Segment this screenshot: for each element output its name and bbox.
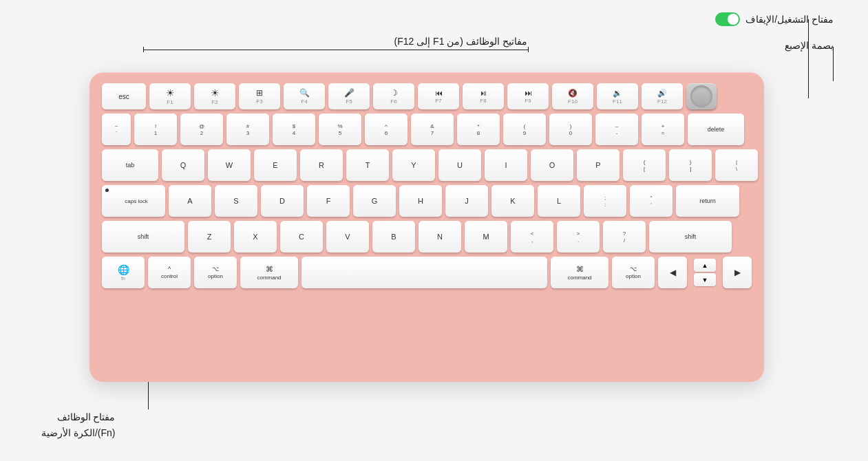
key-r[interactable]: R	[300, 149, 343, 181]
key-w[interactable]: W	[208, 149, 251, 181]
key-6[interactable]: ^6	[365, 114, 407, 145]
key-l[interactable]: L	[538, 185, 580, 217]
fkeys-label-text: مفاتيح الوظائف (من F1 إلى F12)	[394, 36, 527, 47]
key-d[interactable]: D	[261, 185, 304, 217]
key-esc[interactable]: esc	[102, 83, 146, 109]
key-f8[interactable]: ⏯ F8	[463, 83, 504, 109]
touchid-sensor	[690, 85, 712, 107]
key-g[interactable]: G	[353, 185, 396, 217]
key-return[interactable]: return	[676, 185, 739, 217]
key-v[interactable]: V	[326, 221, 369, 253]
key-semicolon[interactable]: ;:	[584, 185, 626, 217]
key-m[interactable]: M	[465, 221, 507, 253]
key-arrow-left[interactable]: ◀	[658, 257, 687, 288]
fingerprint-label: بصمة الإصبع	[785, 40, 834, 51]
key-b[interactable]: B	[372, 221, 415, 253]
key-k[interactable]: K	[491, 185, 534, 217]
key-period[interactable]: >.	[557, 221, 600, 253]
key-3[interactable]: #3	[226, 114, 269, 145]
key-slash[interactable]: ?/	[603, 221, 646, 253]
key-arrow-down[interactable]: ▼	[694, 273, 716, 286]
power-toggle	[715, 12, 740, 26]
key-0[interactable]: )0	[549, 114, 592, 145]
fkeys-label: مفاتيح الوظائف (من F1 إلى F12)	[394, 36, 527, 47]
number-key-row: ~ ` !1 @2 #3 $4 %5 ^6 &7	[102, 114, 752, 145]
key-8[interactable]: *8	[457, 114, 500, 145]
power-label-text: مفتاح التشغيل/الإيقاف	[745, 14, 834, 25]
key-f10[interactable]: 🔇 F10	[552, 83, 593, 109]
key-f[interactable]: F	[307, 185, 350, 217]
key-delete[interactable]: delete	[688, 114, 744, 145]
key-f7[interactable]: ⏮ F7	[418, 83, 459, 109]
key-close-bracket[interactable]: }]	[669, 149, 712, 181]
key-z[interactable]: Z	[188, 221, 231, 253]
fn-label-line1: مفتاح الوظائف	[41, 409, 115, 425]
fkeys-line	[143, 50, 529, 50]
caps-lock-indicator	[105, 189, 109, 192]
key-tab[interactable]: tab	[102, 149, 158, 181]
scene: مفتاح التشغيل/الإيقاف بصمة الإصبع مفاتيح…	[0, 0, 868, 461]
key-a[interactable]: A	[169, 185, 211, 217]
fn-key-row: esc ☀ F1 ☀ F2 ⊞ F3	[102, 83, 752, 109]
zxcv-key-row: shift Z X C V B N M <, >. ?/ shift	[102, 221, 752, 253]
key-4[interactable]: $4	[273, 114, 315, 145]
key-e[interactable]: E	[254, 149, 297, 181]
key-q[interactable]: Q	[162, 149, 204, 181]
key-f11[interactable]: 🔉 F11	[597, 83, 638, 109]
key-7[interactable]: &7	[411, 114, 454, 145]
key-comma[interactable]: <,	[511, 221, 553, 253]
key-f1[interactable]: ☀ F1	[149, 83, 191, 109]
key-space[interactable]	[301, 257, 547, 288]
fingerprint-label-text: بصمة الإصبع	[785, 40, 834, 51]
key-1[interactable]: !1	[134, 114, 177, 145]
key-command-left[interactable]: ⌘ command	[240, 257, 298, 288]
power-line	[808, 19, 809, 98]
key-arrow-up-down: ▲ ▼	[690, 257, 719, 288]
key-equals[interactable]: +=	[642, 114, 684, 145]
key-option-left[interactable]: ⌥ option	[194, 257, 237, 288]
key-f9[interactable]: ⏭ F9	[507, 83, 549, 109]
key-f4[interactable]: 🔍 F4	[284, 83, 325, 109]
key-touch-id[interactable]	[686, 83, 717, 109]
key-fn-globe[interactable]: 🌐 fn	[102, 257, 145, 288]
key-o[interactable]: O	[531, 149, 573, 181]
key-h[interactable]: H	[399, 185, 442, 217]
key-f2[interactable]: ☀ F2	[194, 83, 235, 109]
asdf-key-row: caps lock A S D F G H J K L ;: "' return	[102, 185, 752, 217]
key-shift-right[interactable]: shift	[649, 221, 732, 253]
key-s[interactable]: S	[215, 185, 257, 217]
key-t[interactable]: T	[346, 149, 389, 181]
keyboard: esc ☀ F1 ☀ F2 ⊞ F3	[89, 72, 764, 382]
key-quote[interactable]: "'	[630, 185, 673, 217]
key-open-bracket[interactable]: {[	[623, 149, 666, 181]
key-x[interactable]: X	[234, 221, 277, 253]
key-f3[interactable]: ⊞ F3	[239, 83, 280, 109]
key-backslash[interactable]: |\	[715, 149, 758, 181]
key-y[interactable]: Y	[392, 149, 435, 181]
key-shift-left[interactable]: shift	[102, 221, 184, 253]
key-control[interactable]: ^ control	[148, 257, 191, 288]
fn-label-line2: (Fn)/الكرة الأرضية	[41, 425, 115, 440]
key-j[interactable]: J	[445, 185, 488, 217]
key-minus[interactable]: –-	[595, 114, 638, 145]
key-c[interactable]: C	[280, 221, 323, 253]
key-f6[interactable]: ☽ F6	[373, 83, 414, 109]
key-backtick[interactable]: ~ `	[102, 114, 131, 145]
key-f12[interactable]: 🔊 F12	[642, 83, 683, 109]
key-n[interactable]: N	[419, 221, 461, 253]
key-option-right[interactable]: ⌥ option	[612, 257, 655, 288]
key-arrow-right[interactable]: ▶	[723, 257, 752, 288]
key-i[interactable]: I	[485, 149, 527, 181]
fn-label: مفتاح الوظائف (Fn)/الكرة الأرضية	[41, 409, 115, 440]
key-caps-lock[interactable]: caps lock	[102, 185, 165, 217]
key-u[interactable]: U	[438, 149, 481, 181]
power-label: مفتاح التشغيل/الإيقاف	[715, 12, 834, 26]
fingerprint-line	[833, 47, 834, 81]
key-p[interactable]: P	[577, 149, 620, 181]
key-f5[interactable]: 🎤 F5	[328, 83, 370, 109]
key-arrow-up[interactable]: ▲	[694, 259, 716, 272]
key-command-right[interactable]: ⌘ command	[551, 257, 608, 288]
key-9[interactable]: (9	[503, 114, 546, 145]
key-5[interactable]: %5	[319, 114, 361, 145]
key-2[interactable]: @2	[180, 114, 223, 145]
